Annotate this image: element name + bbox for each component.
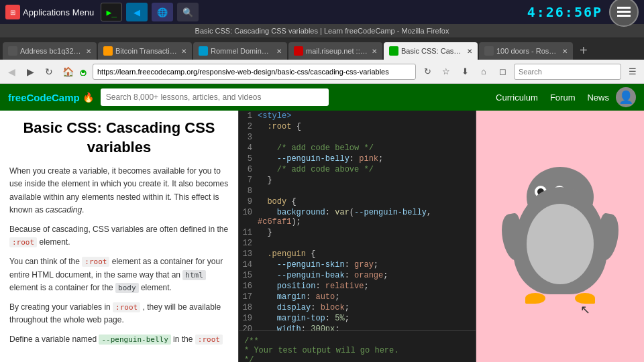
lesson-para-5: Define a variable named --penguin-belly …	[9, 333, 229, 346]
code-line: 6 /* add code above */	[239, 164, 476, 175]
code-line: 17 margin: auto;	[239, 292, 476, 302]
code-line: 5 --penguin-belly: pink;	[239, 154, 476, 164]
penguin-foot-left	[525, 293, 545, 304]
code-line: 10 background: var(--penguin-belly, #c6f…	[239, 207, 476, 227]
taskbar: ⊞ Applications Menu ▶_ ◀ 🌐 🔍 4:26:56P	[0, 0, 644, 24]
code-line: 8	[239, 186, 476, 196]
refresh-btn[interactable]: ↻	[42, 64, 56, 79]
code-line: 1<style>	[239, 111, 476, 121]
tab-favicon	[484, 46, 494, 56]
fcc-avatar[interactable]: 👤	[616, 87, 636, 107]
code-line: 13 .penguin {	[239, 249, 476, 259]
code-line: 19 margin-top: 5%;	[239, 313, 476, 324]
app-menu-label: Applications Menu	[23, 7, 94, 17]
code-line: 20 width: 300px;	[239, 324, 476, 330]
back-btn[interactable]: ◀	[4, 64, 19, 79]
forum-link[interactable]: Forum	[550, 93, 576, 103]
tab-close-btn[interactable]: ✕	[276, 48, 282, 55]
tab-label: Basic CSS: Cascadin...	[401, 47, 463, 55]
svg-rect-1	[617, 11, 631, 13]
home-btn[interactable]: 🏠	[60, 64, 75, 79]
search-input[interactable]	[514, 64, 621, 80]
fcc-fire-icon: 🔥	[83, 92, 94, 103]
code-line: 3	[239, 132, 476, 143]
code-line: 18 display: block;	[239, 302, 476, 313]
hamburger-icon	[617, 7, 631, 17]
clock: 4:26:56P	[527, 4, 602, 20]
browser-title: Basic CSS: Cascading CSS variables | Lea…	[195, 27, 449, 35]
fcc-nav: Curriculum Forum News	[496, 93, 609, 103]
lock-icon	[79, 68, 87, 76]
address-bar[interactable]	[93, 64, 416, 80]
globe-btn[interactable]: 🌐	[152, 3, 173, 21]
browser-tabs: Address bc1q32xe7... ✕ Bitcoin Transacti…	[0, 38, 644, 60]
shark-btn[interactable]: ◀	[126, 3, 148, 21]
pocket-btn[interactable]: ◻	[495, 64, 510, 79]
code-line: 4 /* add code below */	[239, 143, 476, 154]
tab-mail[interactable]: mail.riseup.net :: W... ✕	[288, 42, 382, 60]
code-line: 16 position: relative;	[239, 281, 476, 292]
tab-label: mail.riseup.net :: W...	[306, 47, 368, 55]
browser-nav-bar: ◀ ▶ ↻ 🏠 ↻ ☆ ⬇ ⌂ ◻ ☰	[0, 60, 644, 84]
tab-favicon	[294, 46, 303, 56]
lesson-panel: Basic CSS: Cascading CSS variables When …	[0, 111, 238, 362]
code-editor[interactable]: 1<style> 2 :root { 3 4 /* add code below…	[239, 111, 476, 330]
svg-rect-2	[617, 15, 631, 17]
lesson-para-3: You can think of the :root element as a …	[9, 255, 229, 294]
tab-bitcoin[interactable]: Bitcoin Transaction ... ✕	[98, 42, 192, 60]
fcc-search-input[interactable]	[101, 88, 329, 106]
lesson-para-2: Because of cascading, CSS variables are …	[9, 223, 229, 249]
taskbar-apps: ▶_ ◀ 🌐 🔍	[101, 3, 199, 21]
cursor-indicator: ↖	[580, 302, 590, 317]
penguin-illustration	[500, 167, 621, 314]
tab-label: Address bc1q32xe7...	[20, 47, 82, 55]
fcc-logo[interactable]: freeCodeCamp 🔥	[8, 92, 94, 103]
hamburger-browser-btn[interactable]: ☰	[625, 64, 640, 79]
reload-btn[interactable]: ↻	[420, 64, 435, 79]
tab-close-btn[interactable]: ✕	[372, 48, 377, 55]
lesson-para-4: By creating your variables in :root , th…	[9, 301, 229, 326]
lesson-para-1: When you create a variable, it becomes a…	[9, 165, 229, 217]
penguin-belly	[527, 204, 594, 284]
tab-favicon	[199, 46, 208, 56]
tab-close-btn[interactable]: ✕	[181, 48, 186, 55]
tab-label: 100 doors - Rosetta ...	[496, 47, 558, 55]
news-link[interactable]: News	[587, 93, 609, 103]
tab-favicon	[8, 46, 17, 56]
tab-favicon	[389, 46, 398, 56]
tab-label: Rommel Domingue...	[211, 47, 272, 55]
tab-favicon	[103, 46, 113, 56]
tab-label: Bitcoin Transaction ...	[115, 47, 177, 55]
magnifier-btn[interactable]: 🔍	[177, 3, 199, 21]
app-menu-icon: ⊞	[5, 5, 20, 19]
tab-close-btn[interactable]: ✕	[562, 48, 568, 55]
test-output: /** * Your test output will go here. */	[239, 330, 476, 362]
tab-close-btn[interactable]: ✕	[467, 48, 472, 55]
tab-100doors[interactable]: 100 doors - Rosetta ... ✕	[479, 42, 573, 60]
svg-rect-0	[617, 7, 631, 9]
bookmark-star-btn[interactable]: ☆	[439, 64, 453, 79]
code-line: 2 :root {	[239, 121, 476, 132]
hamburger-menu-btn[interactable]	[609, 0, 639, 27]
main-content: Basic CSS: Cascading CSS variables When …	[0, 111, 644, 362]
code-line: 14 --penguin-skin: gray;	[239, 259, 476, 270]
lesson-body: When you create a variable, it becomes a…	[9, 165, 229, 346]
tab-address[interactable]: Address bc1q32xe7... ✕	[3, 42, 97, 60]
fcc-header: freeCodeCamp 🔥 Curriculum Forum News 👤	[0, 84, 644, 111]
code-line: 7 }	[239, 175, 476, 186]
browser-title-bar: Basic CSS: Cascading CSS variables | Lea…	[0, 24, 644, 38]
nav-home-btn[interactable]: ⌂	[476, 64, 491, 79]
forward-btn[interactable]: ▶	[23, 64, 38, 79]
terminal-btn[interactable]: ▶_	[101, 3, 122, 21]
tab-freecodecamp[interactable]: Basic CSS: Cascadin... ✕	[384, 42, 478, 60]
tab-close-btn[interactable]: ✕	[86, 48, 91, 55]
download-btn[interactable]: ⬇	[458, 64, 472, 79]
code-line: 11 }	[239, 227, 476, 238]
code-line: 15 --penguin-beak: orange;	[239, 270, 476, 281]
applications-menu[interactable]: ⊞ Applications Menu	[5, 5, 94, 19]
preview-panel: ↖	[476, 111, 644, 362]
code-editor-panel: 1<style> 2 :root { 3 4 /* add code below…	[238, 111, 476, 362]
curriculum-link[interactable]: Curriculum	[496, 93, 538, 103]
new-tab-btn[interactable]: +	[574, 42, 593, 60]
tab-rommel[interactable]: Rommel Domingue... ✕	[193, 42, 287, 60]
